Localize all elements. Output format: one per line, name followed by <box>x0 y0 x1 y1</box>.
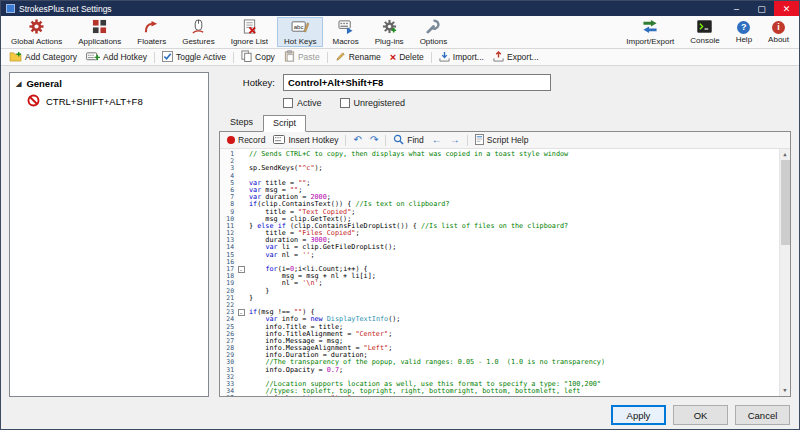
toolbar-separator <box>467 135 468 146</box>
fold-gutter[interactable]: -- <box>236 149 246 396</box>
tree-category-label: General <box>26 78 61 89</box>
delete-x-icon: × <box>390 53 396 62</box>
minimize-button[interactable]: – <box>724 1 749 16</box>
window-title: StrokesPlus.net Settings <box>19 4 112 14</box>
macros-play-icon <box>338 19 354 36</box>
apply-button[interactable]: Apply <box>611 405 666 425</box>
scroll-up-icon[interactable]: ▲ <box>780 149 791 160</box>
hotkey-tree-panel: ◢ General CTRL+SHIFT+ALT+F8 <box>9 72 209 397</box>
code-area[interactable]: 1234567891011121314151617181920212223242… <box>220 149 790 396</box>
export-button[interactable]: Export... <box>489 50 543 65</box>
toolbar-item-label: Gestures <box>182 37 214 46</box>
copy-button[interactable]: Copy <box>237 49 279 65</box>
unregistered-checkbox-wrap[interactable]: Unregistered <box>340 98 406 108</box>
toggle-active-button[interactable]: Toggle Active <box>158 50 230 65</box>
active-checkbox-label: Active <box>297 98 322 108</box>
hotkey-row: Hotkey: <box>219 74 791 91</box>
tree-expander-icon[interactable]: ◢ <box>16 80 21 88</box>
maximize-button[interactable]: ▢ <box>749 1 774 16</box>
active-checkbox[interactable] <box>283 98 293 108</box>
toolbar-separator <box>154 52 155 63</box>
toolbar-item-help[interactable]: ? Help <box>729 17 759 47</box>
toolbar-item-label: Import/Export <box>626 37 674 46</box>
search-icon <box>393 134 404 147</box>
script-help-button[interactable]: Script Help <box>472 133 532 148</box>
toolbar-item-label: Macros <box>332 37 358 46</box>
content-area: ◢ General CTRL+SHIFT+ALT+F8 Hotkey: Acti… <box>1 66 799 401</box>
fold-toggle-icon[interactable]: - <box>238 309 245 316</box>
toolbar-item-label: Floaters <box>137 37 166 46</box>
tree-item-label: CTRL+SHIFT+ALT+F8 <box>46 96 143 107</box>
delete-label: Delete <box>399 52 424 62</box>
find-next-icon[interactable]: → <box>447 134 463 146</box>
toolbar-item-label: Hot Keys <box>284 37 316 46</box>
prohibited-icon <box>27 94 40 109</box>
toolbar-item-options[interactable]: Options <box>413 17 455 47</box>
code-lines[interactable]: // Sends CTRL+C to copy, then displays w… <box>246 149 779 396</box>
toolbar-item-global-actions[interactable]: Global Actions <box>4 17 69 47</box>
tree-category-general[interactable]: ◢ General <box>12 76 206 91</box>
add-hotkey-button[interactable]: Add Hotkey <box>82 50 151 65</box>
import-label: Import... <box>453 52 484 62</box>
import-export-arrows-icon <box>642 19 658 36</box>
toolbar-separator <box>385 135 386 146</box>
toolbar-separator <box>233 52 234 63</box>
script-help-label: Script Help <box>487 135 529 145</box>
close-button[interactable]: ✕ <box>774 1 799 16</box>
title-bar: StrokesPlus.net Settings – ▢ ✕ <box>1 1 799 16</box>
record-button[interactable]: Record <box>224 134 268 146</box>
tree-item-hotkey[interactable]: CTRL+SHIFT+ALT+F8 <box>12 91 206 112</box>
tab-script[interactable]: Script <box>263 115 306 132</box>
add-hotkey-label: Add Hotkey <box>103 52 147 62</box>
options-wrench-icon <box>426 19 441 36</box>
toolbar-item-about[interactable]: i About <box>761 17 796 47</box>
redo-icon[interactable]: ↷ <box>367 134 381 146</box>
cancel-button[interactable]: Cancel <box>735 405 790 425</box>
active-checkbox-wrap[interactable]: Active <box>283 98 322 108</box>
toggle-active-check-icon <box>162 51 173 64</box>
toolbar-item-ignore-list[interactable]: Ignore List <box>224 17 275 47</box>
undo-icon[interactable]: ↶ <box>350 134 364 146</box>
toolbar-item-hot-keys[interactable]: abc Hot Keys <box>277 17 323 47</box>
export-label: Export... <box>507 52 539 62</box>
insert-hotkey-button[interactable]: Insert Hotkey <box>270 134 341 147</box>
editor-scrollbar[interactable]: ▲ ▼ <box>779 149 790 396</box>
import-button[interactable]: Import... <box>435 50 488 65</box>
scroll-down-icon[interactable]: ▼ <box>780 385 791 396</box>
toolbar-item-label: About <box>768 35 789 44</box>
find-label: Find <box>407 135 424 145</box>
insert-hotkey-label: Insert Hotkey <box>288 135 338 145</box>
rename-button[interactable]: Rename <box>331 50 385 65</box>
script-help-doc-icon <box>475 134 484 147</box>
scrollbar-thumb[interactable] <box>781 160 790 245</box>
find-button[interactable]: Find <box>390 133 427 148</box>
record-icon <box>227 136 235 144</box>
toolbar-item-label: Global Actions <box>11 37 62 46</box>
ignore-list-icon <box>242 19 257 36</box>
rename-label: Rename <box>349 52 381 62</box>
toolbar-item-console[interactable]: Console <box>683 17 726 47</box>
help-question-icon: ? <box>737 21 750 34</box>
unregistered-checkbox[interactable] <box>340 98 350 108</box>
tab-steps[interactable]: Steps <box>220 114 263 131</box>
global-actions-gear-icon <box>29 19 44 36</box>
paste-label: Paste <box>298 52 320 62</box>
toolbar-item-applications[interactable]: Applications <box>71 17 128 47</box>
toolbar-item-label: Options <box>420 37 448 46</box>
toolbar-item-plug-ins[interactable]: Plug-ins <box>368 17 411 47</box>
toolbar-item-gestures[interactable]: Gestures <box>175 17 221 47</box>
paste-button[interactable]: Paste <box>280 49 324 65</box>
find-previous-icon[interactable]: ← <box>429 134 445 146</box>
fold-toggle-icon[interactable]: - <box>238 266 245 273</box>
delete-button[interactable]: × Delete <box>386 51 428 63</box>
detail-tabs: Steps Script <box>220 114 791 131</box>
floaters-arrow-icon <box>144 19 159 36</box>
hotkey-input[interactable] <box>283 74 551 91</box>
add-category-folder-icon <box>9 51 22 64</box>
toolbar-item-import-export[interactable]: Import/Export <box>619 17 681 47</box>
add-category-button[interactable]: Add Category <box>5 50 81 65</box>
toggle-active-label: Toggle Active <box>176 52 226 62</box>
toolbar-item-macros[interactable]: Macros <box>325 17 365 47</box>
toolbar-item-floaters[interactable]: Floaters <box>130 17 173 47</box>
ok-button[interactable]: OK <box>673 405 728 425</box>
